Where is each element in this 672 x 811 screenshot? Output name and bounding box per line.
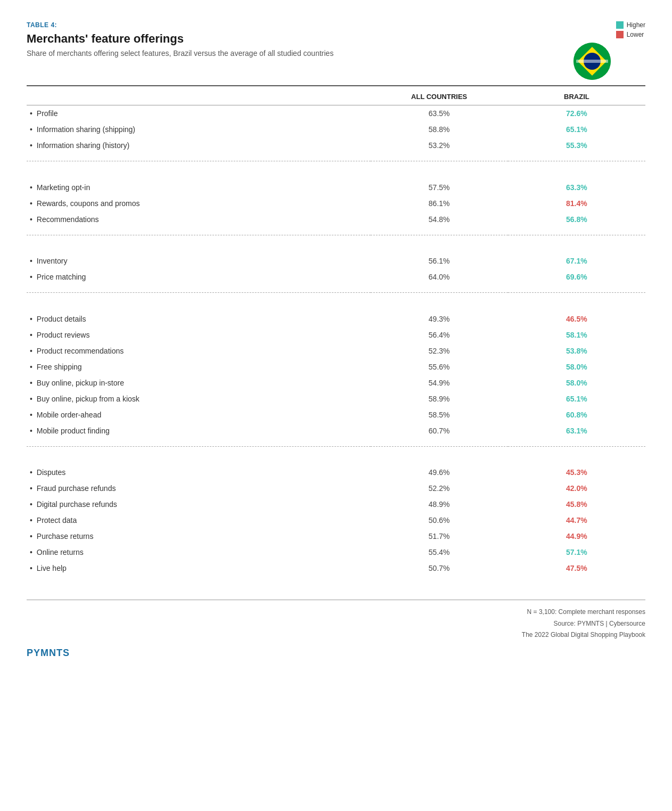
all-countries-value: 50.6% bbox=[371, 512, 508, 528]
brazil-flag-svg bbox=[573, 43, 611, 80]
brazil-value: 63.1% bbox=[508, 423, 645, 439]
brazil-value: 60.8% bbox=[508, 407, 645, 423]
all-countries-value: 56.1% bbox=[371, 253, 508, 269]
table-row: • Profile 63.5% 72.6% bbox=[27, 105, 645, 122]
all-countries-value: 51.7% bbox=[371, 528, 508, 544]
table-row: • Buy online, pickup in-store 54.9% 58.0… bbox=[27, 375, 645, 391]
bullet-icon: • bbox=[30, 363, 32, 371]
feature-label: Information sharing (history) bbox=[37, 141, 129, 150]
bullet-icon: • bbox=[30, 125, 32, 134]
table-header-row: ALL COUNTRIES BRAZIL bbox=[27, 86, 645, 105]
header-right: Higher Lower bbox=[539, 21, 645, 80]
bullet-icon: • bbox=[30, 109, 32, 118]
svg-rect-5 bbox=[576, 60, 608, 63]
feature-label: Inventory bbox=[37, 257, 68, 265]
bullet-icon: • bbox=[30, 427, 32, 435]
bottom-spacer-row bbox=[27, 439, 645, 447]
all-countries-value: 50.7% bbox=[371, 560, 508, 576]
brazil-label: BRAZIL bbox=[564, 93, 589, 101]
feature-label: Mobile order-ahead bbox=[37, 411, 101, 419]
spacer-row bbox=[27, 304, 645, 311]
footer-note1: N = 3,100: Complete merchant responses bbox=[27, 607, 645, 618]
feature-label: Purchase returns bbox=[37, 532, 94, 540]
feature-label: Marketing opt-in bbox=[37, 183, 90, 192]
section-divider bbox=[27, 293, 645, 304]
feature-cell: • Protect data bbox=[27, 512, 371, 528]
feature-cell: • Buy online, pickup from a kiosk bbox=[27, 391, 371, 407]
table-row: • Product recommendations 52.3% 53.8% bbox=[27, 343, 645, 359]
legend-block: Higher Lower bbox=[616, 21, 645, 38]
all-countries-value: 58.8% bbox=[371, 121, 508, 137]
brazil-value: 58.1% bbox=[508, 327, 645, 343]
feature-label: Live help bbox=[37, 564, 67, 572]
bullet-icon: • bbox=[30, 548, 32, 556]
higher-swatch-icon bbox=[616, 21, 624, 29]
main-table: ALL COUNTRIES BRAZIL • Profile 63.5% 72.… bbox=[27, 85, 645, 584]
feature-cell: • Digital purchase refunds bbox=[27, 496, 371, 512]
table-row: • Mobile product finding 60.7% 63.1% bbox=[27, 423, 645, 439]
table-title: Merchants' feature offerings bbox=[27, 32, 539, 46]
all-countries-col-header: ALL COUNTRIES bbox=[371, 86, 508, 105]
feature-col-header bbox=[27, 86, 371, 105]
brazil-value: 46.5% bbox=[508, 311, 645, 327]
bullet-icon: • bbox=[30, 532, 32, 540]
bottom-spacer-row bbox=[27, 285, 645, 293]
bullet-icon: • bbox=[30, 395, 32, 403]
all-countries-value: 54.9% bbox=[371, 375, 508, 391]
all-countries-value: 64.0% bbox=[371, 269, 508, 285]
header-left: TABLE 4: Merchants' feature offerings Sh… bbox=[27, 21, 539, 68]
spacer-row bbox=[27, 245, 645, 253]
brazil-value: 47.5% bbox=[508, 560, 645, 576]
table-row: • Protect data 50.6% 44.7% bbox=[27, 512, 645, 528]
feature-label: Mobile product finding bbox=[37, 427, 110, 435]
table-row: • Online returns 55.4% 57.1% bbox=[27, 544, 645, 560]
brazil-value: 67.1% bbox=[508, 253, 645, 269]
all-countries-value: 57.5% bbox=[371, 179, 508, 195]
all-countries-value: 49.6% bbox=[371, 464, 508, 480]
table-body: • Profile 63.5% 72.6% • Information shar… bbox=[27, 105, 645, 584]
brazil-value: 53.8% bbox=[508, 343, 645, 359]
feature-cell: • Purchase returns bbox=[27, 528, 371, 544]
all-countries-value: 58.9% bbox=[371, 391, 508, 407]
feature-label: Online returns bbox=[37, 548, 84, 556]
bottom-spacer-row bbox=[27, 227, 645, 235]
bullet-icon: • bbox=[30, 468, 32, 477]
feature-cell: • Buy online, pickup in-store bbox=[27, 375, 371, 391]
header-area: TABLE 4: Merchants' feature offerings Sh… bbox=[27, 21, 645, 80]
table-label: TABLE 4: bbox=[27, 21, 539, 29]
brazil-value: 45.8% bbox=[508, 496, 645, 512]
table-row: • Disputes 49.6% 45.3% bbox=[27, 464, 645, 480]
table-row: • Purchase returns 51.7% 44.9% bbox=[27, 528, 645, 544]
footer-note3: The 2022 Global Digital Shopping Playboo… bbox=[27, 629, 645, 641]
table-row: • Digital purchase refunds 48.9% 45.8% bbox=[27, 496, 645, 512]
all-countries-value: 52.3% bbox=[371, 343, 508, 359]
all-countries-value: 54.8% bbox=[371, 211, 508, 227]
feature-cell: • Mobile order-ahead bbox=[27, 407, 371, 423]
feature-cell: • Product details bbox=[27, 311, 371, 327]
feature-cell: • Mobile product finding bbox=[27, 423, 371, 439]
footer-note2: Source: PYMNTS | Cybersource bbox=[27, 618, 645, 630]
table-row: • Free shipping 55.6% 58.0% bbox=[27, 359, 645, 375]
feature-label: Buy online, pickup from a kiosk bbox=[37, 395, 140, 403]
legend-higher: Higher bbox=[616, 21, 645, 29]
bullet-icon: • bbox=[30, 199, 32, 208]
table-row: • Fraud purchase refunds 52.2% 42.0% bbox=[27, 480, 645, 496]
bullet-icon: • bbox=[30, 141, 32, 150]
brazil-value: 55.3% bbox=[508, 137, 645, 153]
feature-cell: • Information sharing (history) bbox=[27, 137, 371, 153]
table-row: • Live help 50.7% 47.5% bbox=[27, 560, 645, 576]
section-divider bbox=[27, 161, 645, 172]
feature-label: Buy online, pickup in-store bbox=[37, 379, 124, 387]
footer-notes: N = 3,100: Complete merchant responses S… bbox=[27, 600, 645, 641]
table-row: • Product details 49.3% 46.5% bbox=[27, 311, 645, 327]
svg-rect-1 bbox=[616, 31, 624, 38]
bullet-icon: • bbox=[30, 484, 32, 493]
table-row: • Price matching 64.0% 69.6% bbox=[27, 269, 645, 285]
feature-cell: • Free shipping bbox=[27, 359, 371, 375]
brazil-value: 42.0% bbox=[508, 480, 645, 496]
brazil-value: 63.3% bbox=[508, 179, 645, 195]
feature-label: Price matching bbox=[37, 273, 86, 281]
brazil-value: 44.9% bbox=[508, 528, 645, 544]
feature-label: Product reviews bbox=[37, 331, 90, 339]
table-row: • Marketing opt-in 57.5% 63.3% bbox=[27, 179, 645, 195]
